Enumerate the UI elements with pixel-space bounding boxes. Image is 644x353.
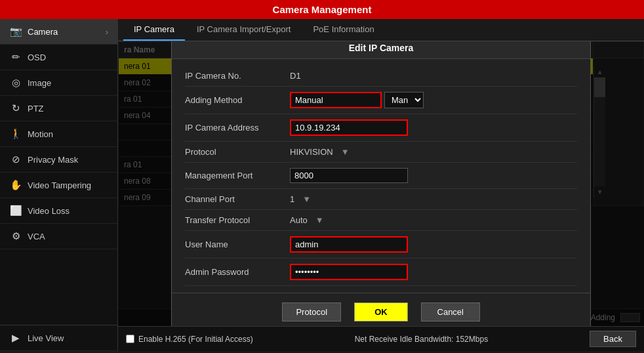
sidebar: 📷 Camera › ✏ OSD ◎ Image ↻ PTZ 🚶 Motion … (0, 19, 118, 351)
input-user-name[interactable] (290, 236, 408, 253)
sidebar-item-label: Camera (28, 27, 58, 37)
modal-title: Edit IP Camera (172, 41, 590, 59)
label-camera-no: IP Camera No. (185, 71, 290, 81)
form-row-transfer-protocol: Transfer Protocol Auto ▼ (185, 210, 577, 231)
motion-icon: 🚶 (9, 128, 22, 140)
sidebar-item-camera[interactable]: 📷 Camera › (0, 19, 117, 45)
sidebar-item-label: Privacy Mask (28, 155, 78, 165)
tab-ip-camera-import-export[interactable]: IP Camera Import/Export (186, 19, 302, 41)
value-protocol: HIKVISION (290, 147, 333, 157)
label-user-name: User Name (185, 239, 290, 249)
sidebar-item-label: VCA (28, 232, 45, 241)
sidebar-item-image[interactable]: ◎ Image (0, 70, 117, 96)
sidebar-item-osd[interactable]: ✏ OSD (0, 45, 117, 70)
form-row-protocol: Protocol HIKVISION ▼ (185, 142, 577, 163)
osd-icon: ✏ (9, 51, 22, 63)
form-row-channel-port: Channel Port 1 ▼ (185, 189, 577, 210)
h265-checkbox[interactable] (126, 335, 134, 343)
form-row-user-name: User Name (185, 231, 577, 259)
input-camera-address[interactable] (290, 119, 408, 136)
ptz-icon: ↻ (9, 102, 22, 114)
sidebar-item-label: Motion (28, 129, 53, 139)
label-protocol: Protocol (185, 147, 290, 157)
input-management-port[interactable] (290, 168, 408, 183)
modal-footer: Protocol OK Cancel (172, 293, 590, 327)
sidebar-item-video-loss[interactable]: ⬜ Video Loss (0, 198, 117, 224)
vca-icon: ⚙ (9, 230, 22, 242)
sidebar-item-motion[interactable]: 🚶 Motion (0, 121, 117, 147)
h265-label[interactable]: Enable H.265 (For Initial Access) (126, 335, 253, 344)
sidebar-item-label: Live View (28, 333, 64, 343)
edit-ip-camera-modal: Edit IP Camera IP Camera No. D1 Adding M… (171, 41, 591, 326)
form-row-adding-method: Adding Method Manual (185, 87, 577, 114)
title-bar: Camera Management (0, 0, 644, 19)
form-row-management-port: Management Port (185, 163, 577, 189)
tab-poe-information[interactable]: PoE Information (302, 19, 384, 41)
input-admin-password[interactable] (290, 264, 408, 280)
form-row-admin-password: Admin Password (185, 259, 577, 286)
label-management-port: Management Port (185, 171, 290, 180)
form-row-camera-no: IP Camera No. D1 (185, 66, 577, 87)
label-admin-password: Admin Password (185, 267, 290, 277)
video-loss-icon: ⬜ (9, 205, 22, 217)
live-view-icon: ▶ (9, 332, 22, 344)
form-row-camera-address: IP Camera Address (185, 114, 577, 142)
tab-ip-camera[interactable]: IP Camera (123, 19, 185, 41)
sidebar-item-video-tampering[interactable]: ✋ Video Tampering (0, 173, 117, 198)
privacy-mask-icon: ⊘ (9, 154, 22, 165)
content-area: IP Camera IP Camera Import/Export PoE In… (118, 19, 644, 351)
sidebar-item-vca[interactable]: ⚙ VCA (0, 224, 117, 249)
sidebar-item-label: Video Loss (28, 206, 70, 216)
sidebar-item-label: OSD (28, 52, 46, 62)
table-container: ra Name Protoc nera 01 HIK (118, 41, 644, 326)
bottom-bar: Enable H.265 (For Initial Access) Net Re… (118, 326, 644, 351)
ok-button[interactable]: OK (354, 302, 408, 322)
protocol-button[interactable]: Protocol (282, 302, 341, 322)
back-button[interactable]: Back (590, 331, 636, 347)
value-channel-port: 1 (290, 194, 294, 204)
cancel-button[interactable]: Cancel (421, 302, 480, 322)
sidebar-item-privacy-mask[interactable]: ⊘ Privacy Mask (0, 147, 117, 173)
tab-bar: IP Camera IP Camera Import/Export PoE In… (118, 19, 644, 41)
sidebar-item-label: Image (28, 78, 51, 88)
sidebar-item-live-view[interactable]: ▶ Live View (0, 325, 117, 351)
value-camera-no: D1 (290, 71, 577, 81)
bottom-bar-left: Enable H.265 (For Initial Access) (126, 335, 253, 344)
title-text: Camera Management (273, 4, 372, 15)
bandwidth-text: Net Receive Idle Bandwidth: 152Mbps (355, 335, 488, 344)
value-transfer-protocol: Auto (290, 215, 308, 225)
sidebar-item-label: Video Tampering (28, 180, 91, 190)
label-channel-port: Channel Port (185, 194, 290, 204)
sidebar-item-ptz[interactable]: ↻ PTZ (0, 96, 117, 121)
video-tampering-icon: ✋ (9, 179, 22, 191)
select-adding-method[interactable]: Manual (384, 92, 424, 108)
sidebar-item-label: PTZ (28, 104, 44, 114)
modal-overlay: Edit IP Camera IP Camera No. D1 Adding M… (118, 41, 644, 326)
label-camera-address: IP Camera Address (185, 123, 290, 133)
image-icon: ◎ (9, 77, 22, 89)
input-adding-method[interactable] (290, 92, 382, 108)
modal-body: IP Camera No. D1 Adding Method Manual (172, 59, 590, 293)
label-adding-method: Adding Method (185, 95, 290, 105)
label-transfer-protocol: Transfer Protocol (185, 215, 290, 225)
camera-icon: 📷 (9, 26, 22, 37)
